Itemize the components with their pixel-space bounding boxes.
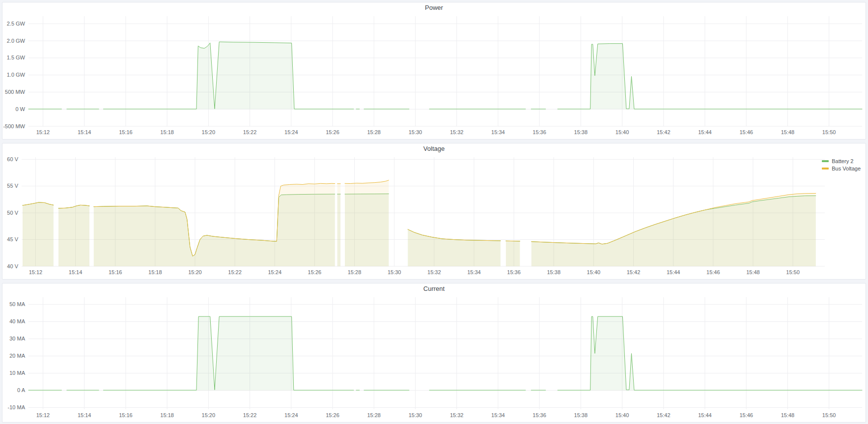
y-tick-label: 2.0 GW <box>7 38 26 44</box>
series-fill-voltage-1 <box>58 205 89 266</box>
series-fill-power-0 <box>558 44 862 110</box>
current-panel-title[interactable]: Current <box>2 283 866 294</box>
y-tick-label: 0 W <box>15 106 25 112</box>
series-fill-voltage-1 <box>23 202 54 266</box>
y-tick-label: 50 V <box>7 210 18 216</box>
x-tick-label: 15:20 <box>202 412 216 418</box>
x-tick-label: 15:42 <box>657 129 671 135</box>
x-tick-label: 15:30 <box>409 129 422 135</box>
grafana-dashboard: Power 15:1215:1415:1615:1815:2015:2215:2… <box>0 0 868 424</box>
x-tick-label: 15:42 <box>657 412 671 418</box>
legend-label: Battery 2 <box>832 158 853 164</box>
x-tick-label: 15:26 <box>326 129 339 135</box>
x-tick-label: 15:48 <box>781 412 795 418</box>
x-tick-label: 15:16 <box>119 412 133 418</box>
x-tick-label: 15:36 <box>532 412 546 418</box>
x-tick-label: 15:38 <box>574 129 588 135</box>
y-tick-label: 30 MA <box>9 336 25 341</box>
voltage-panel: Voltage 15:1215:1415:1615:1815:2015:2215… <box>2 143 866 280</box>
x-tick-label: 15:22 <box>228 269 242 275</box>
x-tick-label: 15:18 <box>148 269 162 275</box>
x-tick-label: 15:28 <box>367 412 381 418</box>
series-fill-voltage-1 <box>94 183 335 266</box>
series-fill-current-0 <box>103 316 354 390</box>
x-tick-label: 15:44 <box>698 412 712 418</box>
y-tick-label: 40 MA <box>9 318 25 324</box>
y-tick-label: 55 V <box>7 183 18 189</box>
y-tick-label: 60 V <box>7 156 18 162</box>
x-tick-label: 15:32 <box>450 412 464 418</box>
x-tick-label: 15:48 <box>746 269 760 275</box>
series-fill-current-0 <box>558 316 862 390</box>
voltage-panel-title[interactable]: Voltage <box>2 143 866 154</box>
bus-voltage-swatch-icon <box>822 168 829 170</box>
x-tick-label: 15:36 <box>507 269 521 275</box>
x-tick-label: 15:48 <box>781 129 795 135</box>
x-tick-label: 15:36 <box>532 129 546 135</box>
y-tick-label: 50 MA <box>9 301 25 307</box>
x-tick-label: 15:14 <box>69 269 83 275</box>
x-tick-label: 15:40 <box>616 129 629 135</box>
x-tick-label: 15:24 <box>268 269 281 275</box>
x-tick-label: 15:22 <box>243 129 257 135</box>
x-tick-label: 15:28 <box>348 269 362 275</box>
x-tick-label: 15:32 <box>427 269 441 275</box>
x-tick-label: 15:38 <box>574 412 588 418</box>
x-tick-label: 15:40 <box>587 269 601 275</box>
x-tick-label: 15:22 <box>243 412 257 418</box>
x-tick-label: 15:12 <box>36 129 50 135</box>
legend-item-battery-2[interactable]: Battery 2 <box>822 158 861 164</box>
x-tick-label: 15:44 <box>667 269 680 275</box>
x-tick-label: 15:44 <box>698 129 712 135</box>
x-tick-label: 15:18 <box>160 129 174 135</box>
series-fill-voltage-1 <box>337 184 340 266</box>
x-tick-label: 15:16 <box>109 269 122 275</box>
x-tick-label: 15:32 <box>450 129 464 135</box>
x-tick-label: 15:46 <box>706 269 720 275</box>
x-tick-label: 15:26 <box>308 269 322 275</box>
voltage-chart[interactable]: 15:1215:1415:1615:1815:2015:2215:2415:26… <box>3 154 865 278</box>
x-tick-label: 15:30 <box>388 269 401 275</box>
x-tick-label: 15:46 <box>739 412 753 418</box>
x-tick-label: 15:12 <box>29 269 43 275</box>
series-fill-voltage-1 <box>506 241 520 266</box>
y-tick-label: 1.5 GW <box>7 55 26 60</box>
x-tick-label: 15:38 <box>547 269 560 275</box>
y-tick-label: 0 A <box>17 387 26 393</box>
x-tick-label: 15:26 <box>326 412 339 418</box>
x-tick-label: 15:50 <box>822 412 836 418</box>
power-chart[interactable]: 15:1215:1415:1615:1815:2015:2215:2415:26… <box>3 13 865 138</box>
x-tick-label: 15:30 <box>409 412 422 418</box>
battery-2-swatch-icon <box>822 160 829 162</box>
x-tick-label: 15:50 <box>786 269 800 275</box>
x-tick-label: 15:40 <box>616 412 629 418</box>
x-tick-label: 15:14 <box>78 129 91 135</box>
x-tick-label: 15:46 <box>739 129 753 135</box>
x-tick-label: 15:14 <box>78 412 91 418</box>
series-fill-power-0 <box>103 42 354 109</box>
y-tick-label: 500 MW <box>5 89 26 95</box>
series-fill-voltage-1 <box>532 193 816 266</box>
x-tick-label: 15:28 <box>367 129 381 135</box>
x-tick-label: 15:18 <box>160 412 174 418</box>
y-tick-label: 45 V <box>7 236 18 242</box>
voltage-legend: Battery 2 Bus Voltage <box>822 158 861 171</box>
x-tick-label: 15:34 <box>491 412 505 418</box>
x-tick-label: 15:20 <box>202 129 216 135</box>
x-tick-label: 15:12 <box>36 412 50 418</box>
x-tick-label: 15:42 <box>627 269 641 275</box>
legend-label: Bus Voltage <box>832 166 861 171</box>
x-tick-label: 15:24 <box>284 129 298 135</box>
legend-item-bus-voltage[interactable]: Bus Voltage <box>822 166 861 171</box>
current-chart[interactable]: 15:1215:1415:1615:1815:2015:2215:2415:26… <box>3 294 865 421</box>
y-tick-label: -500 MW <box>3 123 25 129</box>
x-tick-label: 15:34 <box>467 269 481 275</box>
x-tick-label: 15:34 <box>491 129 505 135</box>
x-tick-label: 15:50 <box>822 129 836 135</box>
power-panel-title[interactable]: Power <box>2 2 866 13</box>
x-tick-label: 15:24 <box>284 412 298 418</box>
x-tick-label: 15:20 <box>188 269 202 275</box>
series-line-voltage-1 <box>506 241 520 241</box>
y-tick-label: 2.5 GW <box>7 21 26 27</box>
current-panel: Current 15:1215:1415:1615:1815:2015:2215… <box>2 283 866 423</box>
